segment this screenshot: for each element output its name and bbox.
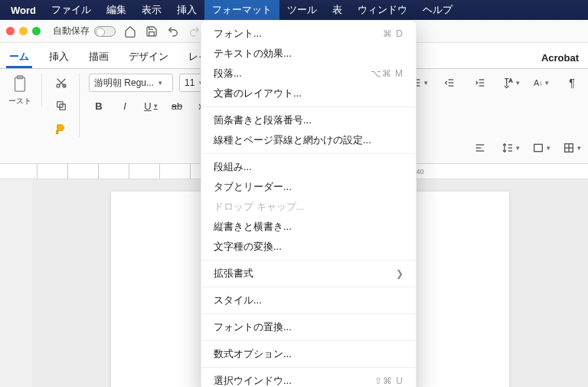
menu-item-label: タブとリーダー... [214, 180, 292, 194]
font-name-select[interactable]: 游明朝 Regu...▾ [89, 74, 173, 92]
format-menu-dropdown: フォント...⌘ Dテキストの効果...段落...⌥⌘ M文書のレイアウト...… [201, 20, 416, 387]
menu-table[interactable]: 表 [325, 0, 350, 20]
bold-button[interactable]: B [89, 97, 109, 115]
underline-button[interactable]: U [141, 97, 161, 115]
redo-icon[interactable] [188, 25, 201, 38]
menu-separator [201, 260, 416, 261]
menu-item-label: テキストの効果... [214, 47, 292, 61]
menu-item-label: 拡張書式 [214, 267, 253, 280]
menu-separator [201, 287, 416, 287]
menu-item[interactable]: テキストの効果... [201, 44, 416, 64]
menu-separator [201, 107, 416, 107]
menu-edit[interactable]: 編集 [99, 0, 134, 20]
save-icon[interactable] [145, 25, 158, 38]
close-icon[interactable] [6, 27, 15, 35]
menu-view[interactable]: 表示 [134, 0, 169, 20]
menu-item[interactable]: フォントの置換... [201, 317, 416, 337]
menu-item[interactable]: 数式オプション... [201, 344, 416, 364]
menu-help[interactable]: ヘルプ [415, 0, 460, 20]
paste-button[interactable]: ースト [6, 74, 34, 107]
home-icon[interactable] [123, 25, 137, 38]
svg-rect-6 [56, 131, 58, 134]
format-painter-icon[interactable] [51, 120, 71, 138]
paste-label: ースト [8, 96, 31, 107]
strikethrough-button[interactable]: ab [167, 97, 187, 115]
clipboard-side [51, 74, 80, 138]
menu-item[interactable]: タブとリーダー... [201, 177, 416, 197]
menu-file[interactable]: ファイル [44, 0, 99, 20]
chevron-right-icon: ❯ [396, 268, 403, 279]
undo-icon[interactable] [166, 25, 180, 38]
tab-home[interactable]: ーム [6, 50, 32, 68]
menu-item[interactable]: 線種とページ罫線と網かけの設定... [201, 130, 416, 150]
menu-item[interactable]: スタイル... [201, 290, 416, 310]
app-name: Word [3, 5, 44, 16]
minimize-icon[interactable] [19, 27, 28, 35]
menu-item[interactable]: 段落...⌥⌘ M [201, 64, 416, 84]
window-controls[interactable] [6, 27, 41, 35]
paragraph-group: A A↓ ¶ [409, 74, 582, 92]
menu-item[interactable]: 縦書きと横書き... [201, 217, 416, 237]
autosave-label: 自動保存 [53, 25, 90, 38]
menu-shortcut: ⇧⌘ U [374, 376, 403, 386]
menu-item: ドロップ キャップ... [201, 197, 416, 217]
svg-text:A: A [509, 78, 512, 83]
autosave-toggle[interactable]: 自動保存 [53, 25, 116, 38]
menu-item-label: 縦書きと横書き... [214, 220, 292, 234]
menu-item[interactable]: 拡張書式❯ [201, 264, 416, 284]
svg-rect-0 [15, 77, 25, 91]
menu-shortcut: ⌘ D [383, 28, 403, 39]
borders-icon[interactable] [562, 139, 582, 157]
menu-item-label: フォント... [214, 27, 262, 41]
menu-item-label: 文字種の変換... [214, 240, 282, 254]
menu-tools[interactable]: ツール [279, 0, 325, 20]
menu-item-label: 段組み... [214, 160, 252, 174]
menu-item[interactable]: 文字種の変換... [201, 237, 416, 257]
clipboard-group: ースト [6, 74, 42, 107]
menu-format[interactable]: フォーマット [204, 0, 279, 20]
menu-insert[interactable]: 挿入 [169, 0, 204, 20]
svg-rect-26 [534, 144, 543, 151]
vertical-ruler[interactable] [0, 179, 32, 387]
menu-item[interactable]: フォント...⌘ D [201, 24, 416, 44]
tab-acrobat[interactable]: Acrobat [538, 52, 582, 68]
toggle-icon[interactable] [94, 26, 116, 37]
menu-separator [201, 313, 416, 314]
sort-icon[interactable]: A↓ [531, 74, 551, 92]
menu-item-label: フォントの置換... [214, 320, 292, 334]
menu-item[interactable]: 箇条書きと段落番号... [201, 110, 416, 130]
menu-item-label: 線種とページ罫線と網かけの設定... [214, 133, 371, 147]
tab-insert[interactable]: 挿入 [46, 50, 72, 68]
text-direction-icon[interactable]: A [501, 74, 521, 92]
line-spacing-icon[interactable] [501, 139, 521, 157]
align-left-icon[interactable] [470, 139, 490, 157]
copy-icon[interactable] [51, 97, 71, 115]
tab-design[interactable]: デザイン [126, 50, 172, 68]
menu-window[interactable]: ウィンドウ [350, 0, 415, 20]
cut-icon[interactable] [51, 74, 71, 92]
menu-item-label: 文書のレイアウト... [214, 87, 302, 100]
menu-separator [201, 153, 416, 154]
menu-item[interactable]: 選択ウインドウ...⇧⌘ U [201, 371, 416, 387]
menu-separator [201, 340, 416, 341]
system-menubar: Word ファイル 編集 表示 挿入 フォーマット ツール 表 ウィンドウ ヘル… [0, 0, 588, 20]
menu-item-label: 段落... [214, 67, 242, 80]
menu-item-label: 数式オプション... [214, 347, 292, 361]
menu-item-label: 箇条書きと段落番号... [214, 113, 312, 127]
show-marks-icon[interactable]: ¶ [562, 74, 582, 92]
menu-item-label: スタイル... [214, 294, 262, 307]
shading-icon[interactable] [531, 139, 551, 157]
menu-item[interactable]: 文書のレイアウト... [201, 84, 416, 103]
decrease-indent-icon[interactable] [439, 74, 459, 92]
menu-item[interactable]: 段組み... [201, 157, 416, 177]
menu-shortcut: ⌥⌘ M [371, 68, 403, 79]
zoom-icon[interactable] [32, 27, 41, 35]
italic-button[interactable]: I [115, 97, 135, 115]
increase-indent-icon[interactable] [470, 74, 490, 92]
menu-item-label: 選択ウインドウ... [214, 374, 292, 387]
tab-draw[interactable]: 描画 [86, 50, 112, 68]
menu-separator [201, 367, 416, 368]
menu-item-label: ドロップ キャップ... [214, 200, 304, 214]
